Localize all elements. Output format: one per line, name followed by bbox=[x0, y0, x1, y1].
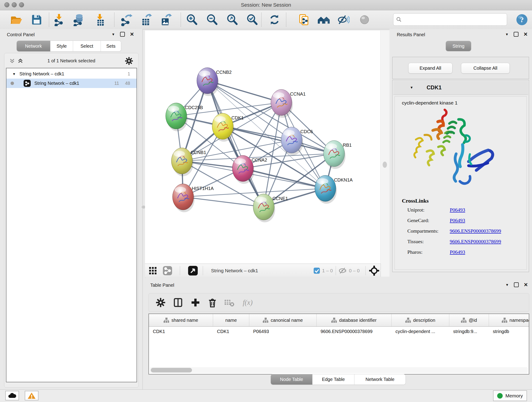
gear-icon[interactable] bbox=[125, 57, 133, 65]
help-icon[interactable]: ? bbox=[516, 13, 528, 26]
tab-network-table[interactable]: Network Table bbox=[355, 374, 405, 385]
memory-button[interactable]: Memory bbox=[493, 390, 527, 401]
table-cell[interactable]: 9606.ENSP00000378699 bbox=[317, 327, 392, 336]
crosslink-link[interactable]: P06493 bbox=[450, 207, 465, 213]
sphere-icon[interactable] bbox=[358, 13, 371, 26]
network-node-ccna1[interactable] bbox=[271, 89, 293, 118]
network-node-ccnb1[interactable] bbox=[171, 148, 193, 176]
panel-float-icon[interactable] bbox=[120, 32, 125, 37]
import-table-file-icon[interactable] bbox=[94, 13, 107, 26]
crosslink-link[interactable]: 9606.ENSP00000378699 bbox=[450, 228, 501, 234]
table-cell[interactable]: stringdb bbox=[489, 327, 529, 336]
tab-node-table[interactable]: Node Table bbox=[271, 374, 312, 385]
selected-checkbox-icon[interactable] bbox=[314, 268, 320, 274]
panel-close-icon[interactable]: ✕ bbox=[130, 32, 134, 36]
delete-column-icon[interactable] bbox=[207, 297, 217, 308]
network-canvas[interactable]: CCNB2CCNA1CDC25BCDK1CDC6RB1CCNB1CCNA2CDK… bbox=[145, 31, 380, 264]
crosslink-link[interactable]: P06493 bbox=[450, 249, 465, 255]
table-horizontal-scrollbar[interactable] bbox=[150, 367, 528, 373]
table-cell[interactable]: cyclin-dependent ... bbox=[392, 327, 449, 336]
table-cell[interactable]: P06493 bbox=[249, 327, 317, 336]
table-cell[interactable]: CDK1 bbox=[149, 327, 213, 336]
tab-edge-table[interactable]: Edge Table bbox=[312, 374, 355, 385]
panel-close-icon[interactable]: ✕ bbox=[524, 32, 528, 36]
network-node-ccna2[interactable] bbox=[232, 155, 254, 184]
save-session-icon[interactable] bbox=[30, 13, 43, 26]
share-view-icon[interactable] bbox=[163, 266, 172, 275]
tab-network[interactable]: Network bbox=[17, 41, 51, 51]
export-image-icon[interactable] bbox=[159, 13, 172, 26]
panel-close-icon[interactable]: ✕ bbox=[524, 283, 528, 287]
network-row[interactable]: String Network – cdk1 11 48 bbox=[6, 79, 137, 88]
grid-view-icon[interactable] bbox=[149, 267, 157, 275]
table-type-tabs: Node Table Edge Table Network Table bbox=[271, 374, 405, 385]
birdseye-icon[interactable] bbox=[188, 266, 198, 275]
zoom-selected-icon[interactable] bbox=[246, 13, 259, 26]
crosslink-link[interactable]: P06493 bbox=[450, 217, 465, 223]
network-edge[interactable] bbox=[207, 81, 264, 207]
column-header-label: description bbox=[413, 318, 435, 323]
column-header-canonical-name[interactable]: canonical name bbox=[249, 314, 317, 326]
network-results-splitter[interactable] bbox=[380, 31, 389, 277]
panel-menu-icon[interactable]: ▼ bbox=[112, 32, 115, 36]
search-input[interactable] bbox=[404, 17, 507, 22]
import-network-database-icon[interactable] bbox=[72, 13, 85, 26]
panel-float-icon[interactable] bbox=[514, 282, 519, 287]
table-cell[interactable]: CDK1 bbox=[213, 327, 249, 336]
network-edge[interactable] bbox=[183, 197, 264, 207]
splitter-handle[interactable] bbox=[383, 162, 387, 168]
column-header-description[interactable]: description bbox=[392, 314, 449, 326]
houses-icon[interactable] bbox=[317, 13, 331, 26]
column-header-namespace[interactable]: namespace bbox=[489, 314, 529, 326]
add-column-icon[interactable] bbox=[191, 298, 200, 307]
table-row[interactable]: CDK1CDK1P064939606.ENSP00000378699cyclin… bbox=[149, 327, 529, 336]
zoom-out-icon[interactable] bbox=[206, 13, 218, 26]
network-node-cdkn1a[interactable] bbox=[315, 175, 337, 204]
column-header-shared-name[interactable]: shared name bbox=[149, 314, 213, 326]
section-collapse-icon[interactable]: ▼ bbox=[410, 85, 413, 89]
hide-eye-icon[interactable] bbox=[337, 13, 350, 26]
export-network-icon[interactable] bbox=[120, 13, 133, 26]
scrollbar-thumb[interactable] bbox=[151, 368, 192, 372]
node-section-header[interactable]: ▼ CDK1 bbox=[393, 81, 528, 95]
delete-table-icon bbox=[224, 298, 234, 307]
column-header--id[interactable]: @id bbox=[449, 314, 489, 326]
tab-select[interactable]: Select bbox=[73, 41, 101, 51]
table-cell[interactable]: stringdb:9... bbox=[449, 327, 489, 336]
zoom-in-icon[interactable] bbox=[185, 13, 198, 26]
collapse-all-button[interactable]: Collapse All bbox=[461, 63, 510, 74]
panel-float-icon[interactable] bbox=[514, 32, 519, 37]
cloud-button[interactable] bbox=[5, 391, 19, 400]
tab-string[interactable]: String bbox=[446, 41, 471, 51]
open-session-icon[interactable] bbox=[10, 13, 22, 26]
collection-expand-icon[interactable]: ▼ bbox=[12, 72, 16, 76]
node-label-cdc6: CDC6 bbox=[300, 129, 313, 134]
tab-sets[interactable]: Sets bbox=[101, 41, 121, 51]
panel-menu-icon[interactable]: ▼ bbox=[505, 283, 509, 287]
import-network-file-icon[interactable] bbox=[53, 13, 66, 26]
crosslink-row: Pharos:P06493 bbox=[407, 249, 522, 260]
network-node-hist1h1a[interactable] bbox=[172, 184, 195, 212]
warning-button[interactable] bbox=[25, 391, 38, 400]
network-node-ccnb2[interactable] bbox=[197, 68, 219, 96]
network-node-ccne1[interactable] bbox=[253, 194, 275, 222]
table-body: CDK1CDK1P064939606.ENSP00000378699cyclin… bbox=[149, 327, 529, 336]
refresh-view-icon[interactable] bbox=[268, 13, 281, 26]
table-gear-icon[interactable] bbox=[156, 298, 165, 307]
network-edge[interactable] bbox=[243, 168, 325, 188]
export-table-icon[interactable] bbox=[139, 13, 152, 26]
column-header-name[interactable]: name bbox=[213, 314, 249, 326]
column-header-database-identifier[interactable]: database identifier bbox=[317, 314, 392, 326]
network-collection-row[interactable]: ▼ String Network – cdk1 1 bbox=[6, 69, 137, 79]
clone-network-icon[interactable] bbox=[298, 13, 311, 26]
zoom-fit-icon[interactable] bbox=[226, 13, 239, 26]
network-node-cdk1[interactable] bbox=[212, 113, 234, 142]
crosshair-icon[interactable] bbox=[369, 266, 379, 276]
tab-style[interactable]: Style bbox=[51, 41, 73, 51]
show-columns-icon[interactable] bbox=[173, 298, 183, 307]
network-node-rb1[interactable] bbox=[323, 140, 346, 169]
crosslink-link[interactable]: 9606.ENSP00000378699 bbox=[450, 239, 501, 244]
expand-all-button[interactable]: Expand All bbox=[408, 63, 452, 74]
search-field[interactable] bbox=[393, 13, 507, 26]
panel-menu-icon[interactable]: ▼ bbox=[505, 32, 509, 36]
